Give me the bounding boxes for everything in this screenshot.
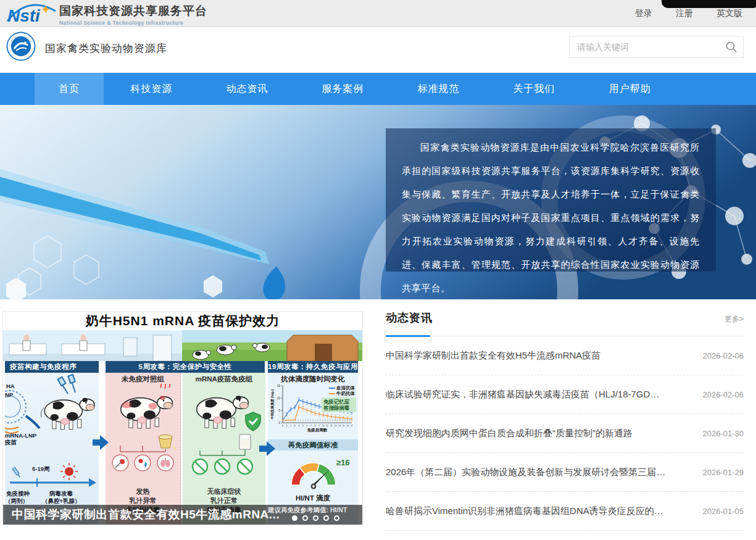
news-item-date: 2026-02-06 [703, 390, 744, 399]
svg-text:4: 4 [298, 425, 299, 427]
top-bar: Nsti 国家科技资源共享服务平台 National Science & Tec… [0, 0, 756, 27]
label-ha: HA [6, 383, 15, 389]
nav-item-standards[interactable]: 标准规范 [391, 73, 486, 105]
site-title: 国家禽类实验动物资源库 [45, 41, 167, 56]
svg-text:15: 15 [277, 384, 281, 388]
label-vaccine: mRNA-LNP 疫苗 [5, 432, 41, 446]
svg-text:1: 1 [286, 425, 288, 427]
infographic-illustration [3, 330, 362, 361]
top-link-login[interactable]: 登录 [635, 8, 652, 19]
nav-item-news[interactable]: 动态资讯 [199, 73, 295, 105]
platform-subtitle: National Science & Technology Infrastruc… [59, 20, 207, 26]
healthy-cow-icon [197, 396, 249, 428]
panel-vaccine-construct: HA NP mRNA-LNP 疫苗 5-19周 免疫接种 （两剂） 病毒攻毒 （… [5, 373, 99, 525]
label-weeks: 5-19周 [32, 465, 50, 472]
news-section: 动态资讯 更多> 中国科学家研制出首款安全有效H5牛流感mRNA疫苗2026-0… [386, 310, 744, 531]
news-carousel[interactable]: 奶牛H5N1 mRNA 疫苗保护效力 [3, 312, 362, 525]
news-item[interactable]: 中国科学家研制出首款安全有效H5牛流感mRNA疫苗2026-02-06 [386, 336, 744, 375]
nav-item-home[interactable]: 首页 [35, 73, 104, 105]
news-item[interactable]: 2026年（第二届）实验动物设施及装备创新与发展研讨会暨第三届农业实验...20… [386, 453, 744, 492]
top-link-register[interactable]: 注册 [676, 8, 693, 19]
news-item-title: 哈兽研揭示Vimentin识别非洲猪瘟病毒基因组DNA诱导炎症反应的分子机制 [386, 505, 667, 517]
svg-text:13: 13 [334, 425, 337, 427]
gauge-note: 建议再免疫参考阈值: HI/NT [268, 506, 360, 515]
nav-item-user-help[interactable]: 用户帮助 [582, 73, 678, 105]
svg-text:3: 3 [294, 425, 296, 427]
nav-item-about-us[interactable]: 关于我们 [486, 73, 582, 105]
vaccine-group-title: mRNA疫苗免疫组 [183, 375, 265, 384]
svg-text:7: 7 [310, 425, 312, 427]
svg-text:10: 10 [322, 425, 325, 427]
news-section-title: 动态资讯 [386, 312, 433, 324]
carousel-dot[interactable] [302, 515, 308, 521]
timeline [10, 463, 96, 487]
svg-text:8: 8 [315, 425, 316, 427]
banner-intro-panel: 国家禽类实验动物资源库是由中国农业科学院哈尔滨兽医研究所承担的国家级科技资源共享… [386, 128, 716, 272]
resource-bank-logo[interactable] [6, 31, 36, 61]
svg-text:12: 12 [330, 425, 333, 427]
legend-marker [329, 393, 335, 394]
label-np: NP [5, 391, 13, 398]
milk-glass-icon [239, 434, 251, 449]
news-list: 中国科学家研制出首款安全有效H5牛流感mRNA疫苗2026-02-06临床试验研… [386, 336, 744, 531]
arrow-right-icon [93, 435, 109, 450]
panel-control-group: 未免疫对照组 [106, 373, 181, 525]
news-item[interactable]: 临床试验研究证实，非洲猪瘟基因缺失减毒活疫苗（HLJ/18-7GD株）对妊...… [386, 375, 744, 414]
nav-list: 首页科技资源动态资讯服务案例标准规范关于我们用户帮助 [35, 73, 678, 105]
panel-antibody: 抗体滴度随时间变化 051015012345678910111213141516… [268, 373, 358, 525]
svg-text:10: 10 [277, 397, 281, 400]
gauge-threshold: ≥16 [336, 458, 350, 467]
news-item-date: 2026-01-30 [703, 429, 744, 438]
label-challenge: 病毒攻毒 [49, 490, 73, 497]
hero-banner: 国家禽类实验动物资源库是由中国农业科学院哈尔滨兽医研究所承担的国家级科技资源共享… [0, 105, 756, 299]
syringe-icon [58, 375, 75, 394]
news-item-date: 2026-01-29 [703, 468, 744, 477]
news-more-link[interactable]: 更多> [725, 314, 744, 325]
platform-title: 国家科技资源共享服务平台 [59, 3, 207, 19]
threshold-gauge: ≥16 [273, 452, 353, 492]
infographic-title: 奶牛H5N1 mRNA 疫苗保护效力 [3, 312, 362, 330]
fever-icon [160, 384, 170, 389]
search-input[interactable] [570, 42, 722, 52]
svg-text:16: 16 [347, 425, 349, 427]
arrow-icon [26, 416, 39, 428]
svg-text:15: 15 [343, 425, 345, 427]
svg-text:免疫后周数: 免疫后周数 [307, 428, 328, 433]
svg-text:9: 9 [318, 425, 320, 427]
svg-text:中和抗体滴度 (log₂): 中和抗体滴度 (log₂) [270, 389, 275, 419]
news-item[interactable]: 研究发现细胞内质网中蛋白质合成和折叠“质量控制”的新通路2026-01-30 [386, 414, 744, 453]
carousel-dot[interactable] [313, 515, 318, 521]
screen-overlay-artifact [662, 0, 756, 8]
nsti-logo[interactable]: Nsti [5, 1, 58, 26]
nav-item-sci-tech-resources[interactable]: 科技资源 [104, 73, 199, 105]
carousel-dot[interactable] [334, 515, 339, 521]
news-header: 动态资讯 更多> [386, 310, 744, 336]
news-item-title: 2026年（第二届）实验动物设施及装备创新与发展研讨会暨第三届农业实验... [386, 467, 667, 478]
legend-marker [329, 388, 335, 389]
svg-text:11: 11 [326, 425, 329, 427]
news-item-title: 中国科学家研制出首款安全有效H5牛流感mRNA疫苗 [386, 350, 600, 362]
antibody-chart-title: 抗体滴度随时间变化 [268, 375, 358, 384]
carousel-dots [292, 515, 339, 521]
section-header-week5: 5周攻毒：完全保护与安全性 [106, 361, 265, 373]
arrow-right-icon [259, 441, 275, 456]
top-link-english-version[interactable]: 英文版 [717, 8, 742, 19]
carousel-dot[interactable] [323, 515, 329, 521]
news-item-title: 临床试验研究证实，非洲猪瘟基因缺失减毒活疫苗（HLJ/18-7GD株）对妊... [386, 389, 667, 401]
lungs-icon [157, 455, 173, 471]
news-item[interactable]: 哈兽研揭示Vimentin识别非洲猪瘟病毒基因组DNA诱导炎症反应的分子机制20… [386, 492, 744, 531]
blood-drop-icon [135, 455, 151, 471]
sick-cow-icon [121, 384, 173, 428]
nsti-logo-text: Nsti [7, 6, 41, 25]
search-icon[interactable] [722, 38, 741, 56]
carousel-dot[interactable] [292, 515, 297, 521]
nav-item-service-cases[interactable]: 服务案例 [295, 73, 391, 105]
label-immunize: 免疫接种 [6, 490, 30, 497]
site-header: 国家禽类实验动物资源库 [0, 28, 756, 73]
panel-vaccine-group: mRNA疫苗免疫组 [183, 373, 265, 525]
no-symptom-icon [193, 459, 252, 474]
virus-icon [65, 467, 73, 476]
platform-block: 国家科技资源共享服务平台 National Science & Technolo… [59, 3, 207, 26]
carousel-caption[interactable]: 中国科学家研制出首款安全有效H5牛流感mRNA... [12, 507, 286, 523]
svg-text:5: 5 [302, 425, 304, 427]
